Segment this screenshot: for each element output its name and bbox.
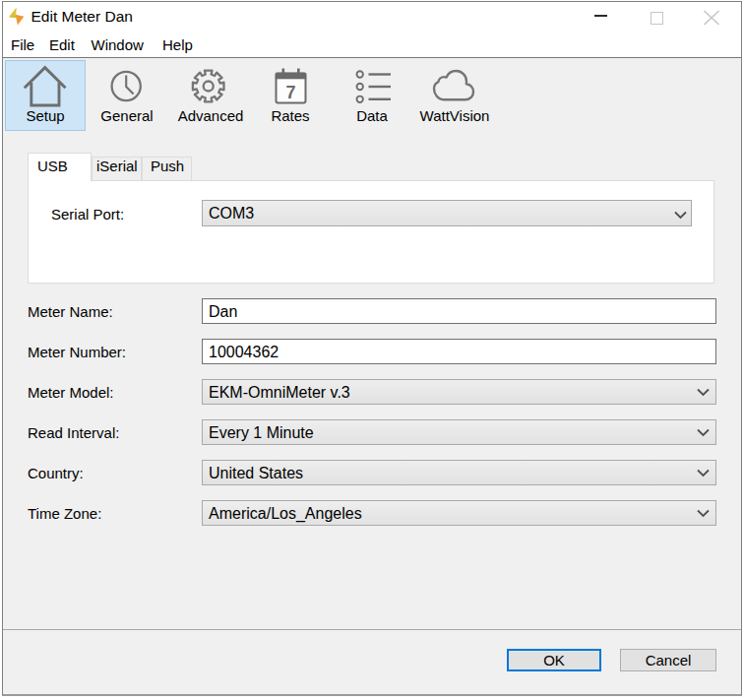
svg-text:7: 7 xyxy=(285,83,295,102)
